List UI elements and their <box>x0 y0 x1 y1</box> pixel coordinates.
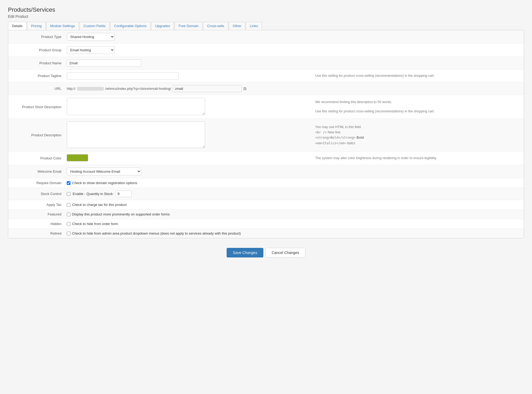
hidden-field: Check to hide from order form <box>67 219 311 229</box>
stock-control-checkbox[interactable] <box>67 192 70 196</box>
tab-links[interactable]: Links <box>246 22 262 30</box>
apply-tax-checkbox-label: Check to charge tax for this product <box>67 203 307 207</box>
apply-tax-label: Apply Tax <box>8 200 67 210</box>
footer-buttons: Save Changes Cancel Changes <box>8 244 524 262</box>
page-subtitle: Edit Product <box>8 14 524 19</box>
product-tagline-help: Use this setting for product cross-selli… <box>311 70 524 82</box>
save-button[interactable]: Save Changes <box>227 248 263 257</box>
apply-tax-field: Check to charge tax for this product <box>67 200 311 210</box>
product-desc-textarea[interactable] <box>67 121 205 148</box>
product-name-label: Product Name <box>8 57 67 70</box>
require-domain-text: Check to show domain registration option… <box>72 181 137 185</box>
tab-details[interactable]: Details <box>8 22 27 30</box>
product-desc-help: You may use HTML in this field <br /> Ne… <box>311 119 524 152</box>
product-color-label: Product Color <box>8 152 67 165</box>
product-tagline-label: Product Tagline <box>8 70 67 82</box>
desc-help-line4: <em>Italics</em> Italics <box>315 141 519 146</box>
featured-label: Featured <box>8 210 67 219</box>
stock-control-field: Enable - Quantity in Stock: <box>67 188 311 200</box>
tab-upgrades[interactable]: Upgrades <box>151 22 174 30</box>
details-panel: Product Type Shared Hosting Reseller Hos… <box>8 30 524 238</box>
tab-cross-sells[interactable]: Cross-sells <box>203 22 228 30</box>
desc-help-line3: <strong>Bold</strong> Bold <box>315 135 519 140</box>
url-label: URL <box>8 82 67 95</box>
form-table: Product Type Shared Hosting Reseller Hos… <box>8 30 524 238</box>
product-name-input[interactable] <box>67 60 141 67</box>
url-field: http:// /whmcs/index.php?rp=/store/email… <box>67 82 524 95</box>
stock-control-label: Stock Control <box>8 188 67 200</box>
product-group-label: Product Group <box>8 44 67 57</box>
product-tagline-field <box>67 70 311 82</box>
hidden-text: Check to hide from order form <box>72 222 118 226</box>
retired-checkbox-label: Check to hide from admin area product dr… <box>67 231 519 235</box>
desc-help-line2: <br /> New line <box>315 130 519 135</box>
retired-label: Retired <box>8 229 67 238</box>
apply-tax-text: Check to charge tax for this product <box>72 203 127 207</box>
retired-field: Check to hide from admin area product dr… <box>67 229 524 238</box>
stock-control-text: Enable - Quantity in Stock: <box>73 192 114 196</box>
require-domain-checkbox-label: Check to show domain registration option… <box>67 181 307 185</box>
tab-module-settings[interactable]: Module Settings <box>46 22 79 30</box>
welcome-email-label: Welcome Email <box>8 165 67 178</box>
require-domain-checkbox[interactable] <box>67 181 70 185</box>
short-desc-label: Product Short Description <box>8 95 67 119</box>
stock-quantity-input[interactable] <box>116 190 132 197</box>
product-tagline-input[interactable] <box>67 72 178 79</box>
tab-custom-fields[interactable]: Custom Fields <box>80 22 110 30</box>
featured-text: Display this product more prominently on… <box>72 212 170 216</box>
hidden-label: Hidden <box>8 219 67 229</box>
require-domain-field: Check to show domain registration option… <box>67 178 311 188</box>
product-type-field: Shared Hosting Reseller Hosting VPS Dedi… <box>67 30 311 44</box>
hidden-checkbox[interactable] <box>67 222 70 226</box>
featured-checkbox-label: Display this product more prominently on… <box>67 212 307 216</box>
product-color-swatch[interactable] <box>67 154 88 161</box>
featured-field: Display this product more prominently on… <box>67 210 311 219</box>
hidden-checkbox-label: Check to hide from order form <box>67 222 307 226</box>
url-slug-input[interactable] <box>173 85 242 92</box>
product-desc-field <box>67 119 311 152</box>
url-suffix: /whmcs/index.php?rp=/store/email-hosting… <box>105 87 171 91</box>
product-desc-label: Product Description <box>8 119 67 152</box>
featured-checkbox[interactable] <box>67 213 70 216</box>
url-prefix: http:// <box>67 87 76 91</box>
product-group-select[interactable]: Email hosting Web Hosting Reseller Hosti… <box>67 46 115 54</box>
tab-other[interactable]: Other <box>229 22 246 30</box>
page-title: Products/Services <box>8 6 524 13</box>
tab-configurable-options[interactable]: Configurable Options <box>110 22 151 30</box>
short-desc-textarea[interactable] <box>67 98 205 115</box>
product-color-help: The system may alter color brightness du… <box>311 152 524 165</box>
retired-checkbox[interactable] <box>67 232 70 235</box>
product-group-field: Email hosting Web Hosting Reseller Hosti… <box>67 44 311 57</box>
welcome-email-select[interactable]: Hosting Account Welcome Email None Defau… <box>67 168 141 175</box>
short-desc-help: We recommend limiting this description t… <box>311 95 524 119</box>
short-desc-field <box>67 95 311 119</box>
product-type-label: Product Type <box>8 30 67 44</box>
copy-url-icon[interactable]: ⧉ <box>243 86 246 91</box>
tabs-container: Details Pricing Module Settings Custom F… <box>8 22 524 30</box>
require-domain-label: Require Domain <box>8 178 67 188</box>
url-blurred-domain <box>77 87 104 91</box>
tab-pricing[interactable]: Pricing <box>27 22 46 30</box>
welcome-email-field: Hosting Account Welcome Email None Defau… <box>67 165 311 178</box>
cancel-button[interactable]: Cancel Changes <box>265 248 305 257</box>
product-type-select[interactable]: Shared Hosting Reseller Hosting VPS Dedi… <box>67 33 115 41</box>
apply-tax-checkbox[interactable] <box>67 203 70 207</box>
desc-help-line1: You may use HTML in this field <box>315 124 519 130</box>
product-name-field <box>67 57 311 70</box>
retired-text: Check to hide from admin area product dr… <box>72 231 241 235</box>
product-color-field <box>67 152 311 165</box>
tab-free-domain[interactable]: Free Domain <box>174 22 202 30</box>
